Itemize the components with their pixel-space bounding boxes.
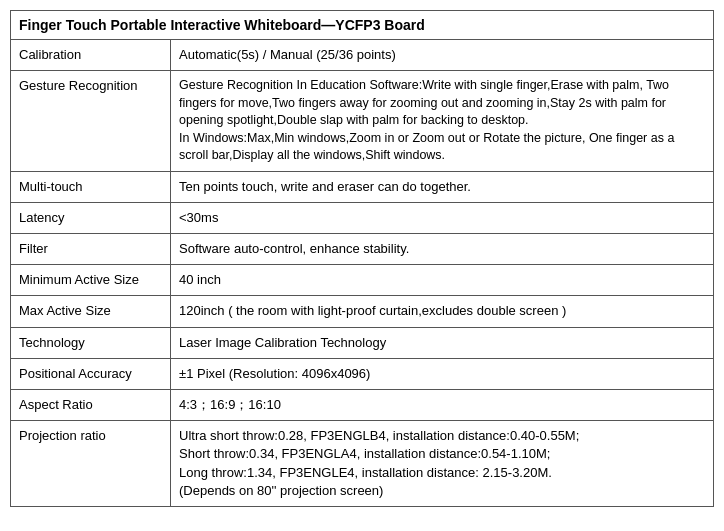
table-row-latency: Latency<30ms — [11, 203, 713, 234]
label-latency: Latency — [11, 203, 171, 233]
label-max-active-size: Max Active Size — [11, 296, 171, 326]
value-aspect-ratio: 4:3；16:9；16:10 — [171, 390, 713, 420]
table-title: Finger Touch Portable Interactive Whiteb… — [11, 11, 713, 40]
table-row-filter: FilterSoftware auto-control, enhance sta… — [11, 234, 713, 265]
table-row-projection-ratio: Projection ratioUltra short throw:0.28, … — [11, 421, 713, 506]
value-minimum-active-size: 40 inch — [171, 265, 713, 295]
table-row-gesture-recognition: Gesture RecognitionGesture Recognition I… — [11, 71, 713, 172]
value-multi-touch: Ten points touch, write and eraser can d… — [171, 172, 713, 202]
label-positional-accuracy: Positional Accuracy — [11, 359, 171, 389]
table-row-technology: TechnologyLaser Image Calibration Techno… — [11, 328, 713, 359]
value-calibration: Automatic(5s) / Manual (25/36 points) — [171, 40, 713, 70]
table-row-multi-touch: Multi-touchTen points touch, write and e… — [11, 172, 713, 203]
label-technology: Technology — [11, 328, 171, 358]
label-minimum-active-size: Minimum Active Size — [11, 265, 171, 295]
value-gesture-recognition: Gesture Recognition In Education Softwar… — [171, 71, 713, 171]
label-projection-ratio: Projection ratio — [11, 421, 171, 506]
spec-table: Finger Touch Portable Interactive Whiteb… — [10, 10, 714, 507]
table-row-max-active-size: Max Active Size120inch ( the room with l… — [11, 296, 713, 327]
value-latency: <30ms — [171, 203, 713, 233]
table-row-positional-accuracy: Positional Accuracy±1 Pixel (Resolution:… — [11, 359, 713, 390]
value-projection-ratio: Ultra short throw:0.28, FP3ENGLB4, insta… — [171, 421, 713, 506]
table-row-aspect-ratio: Aspect Ratio4:3；16:9；16:10 — [11, 390, 713, 421]
table-row-minimum-active-size: Minimum Active Size40 inch — [11, 265, 713, 296]
label-gesture-recognition: Gesture Recognition — [11, 71, 171, 171]
value-positional-accuracy: ±1 Pixel (Resolution: 4096x4096) — [171, 359, 713, 389]
label-calibration: Calibration — [11, 40, 171, 70]
label-filter: Filter — [11, 234, 171, 264]
label-multi-touch: Multi-touch — [11, 172, 171, 202]
value-filter: Software auto-control, enhance stability… — [171, 234, 713, 264]
table-row-calibration: CalibrationAutomatic(5s) / Manual (25/36… — [11, 40, 713, 71]
value-max-active-size: 120inch ( the room with light-proof curt… — [171, 296, 713, 326]
label-aspect-ratio: Aspect Ratio — [11, 390, 171, 420]
value-technology: Laser Image Calibration Technology — [171, 328, 713, 358]
